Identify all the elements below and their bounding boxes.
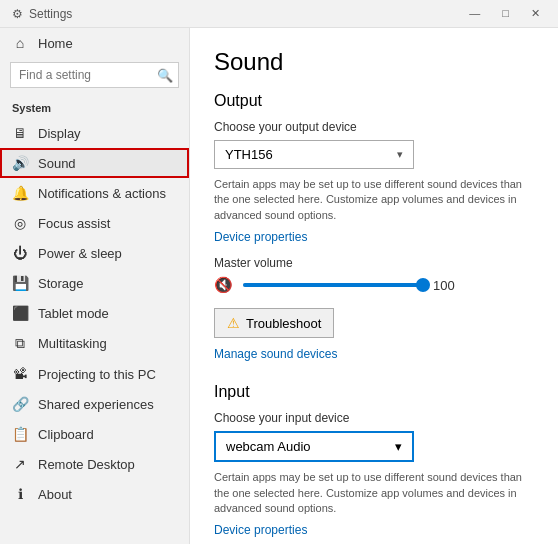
system-section-label: System xyxy=(0,96,189,118)
tablet-icon: ⬛ xyxy=(12,305,28,321)
clipboard-icon: 📋 xyxy=(12,426,28,442)
sidebar-item-display[interactable]: 🖥 Display xyxy=(0,118,189,148)
troubleshoot-label: Troubleshoot xyxy=(246,316,321,331)
sidebar-label-home: Home xyxy=(38,36,73,51)
volume-row: 🔇 100 xyxy=(214,276,534,294)
output-device-value: YTH156 xyxy=(225,147,273,162)
titlebar: ⚙ Settings — □ ✕ xyxy=(0,0,558,28)
volume-label: Master volume xyxy=(214,256,534,270)
sidebar-label-power: Power & sleep xyxy=(38,246,122,261)
multitasking-icon: ⧉ xyxy=(12,335,28,352)
sidebar-label-about: About xyxy=(38,487,72,502)
home-icon: ⌂ xyxy=(12,35,28,51)
output-device-label: Choose your output device xyxy=(214,120,534,134)
titlebar-text: Settings xyxy=(29,7,72,21)
sidebar-label-focus: Focus assist xyxy=(38,216,110,231)
search-input[interactable] xyxy=(10,62,179,88)
input-device-value: webcam Audio xyxy=(226,439,311,454)
sound-icon: 🔊 xyxy=(12,155,28,171)
shared-icon: 🔗 xyxy=(12,396,28,412)
storage-icon: 💾 xyxy=(12,275,28,291)
sidebar-search-container: 🔍 xyxy=(10,62,179,88)
projecting-icon: 📽 xyxy=(12,366,28,382)
about-icon: ℹ xyxy=(12,486,28,502)
sidebar-label-notifications: Notifications & actions xyxy=(38,186,166,201)
power-icon: ⏻ xyxy=(12,245,28,261)
input-device-dropdown[interactable]: webcam Audio ▾ xyxy=(214,431,414,462)
input-device-properties-link[interactable]: Device properties xyxy=(214,523,307,537)
search-icon: 🔍 xyxy=(157,68,173,83)
sidebar-label-display: Display xyxy=(38,126,81,141)
maximize-button[interactable]: □ xyxy=(496,5,515,22)
sidebar-item-tablet[interactable]: ⬛ Tablet mode xyxy=(0,298,189,328)
sidebar-label-clipboard: Clipboard xyxy=(38,427,94,442)
sidebar-label-remote: Remote Desktop xyxy=(38,457,135,472)
volume-slider-thumb xyxy=(416,278,430,292)
sidebar-item-notifications[interactable]: 🔔 Notifications & actions xyxy=(0,178,189,208)
manage-sound-link[interactable]: Manage sound devices xyxy=(214,347,337,361)
sidebar: ⌂ Home 🔍 System 🖥 Display 🔊 Sound xyxy=(0,28,190,544)
sidebar-item-shared[interactable]: 🔗 Shared experiences xyxy=(0,389,189,419)
sidebar-item-about[interactable]: ℹ About xyxy=(0,479,189,509)
troubleshoot-button[interactable]: ⚠ Troubleshoot xyxy=(214,308,334,338)
main-content: Sound Output Choose your output device Y… xyxy=(190,28,558,544)
output-info-text: Certain apps may be set up to use differ… xyxy=(214,177,524,223)
sidebar-item-remote[interactable]: ↗ Remote Desktop xyxy=(0,449,189,479)
input-section-title: Input xyxy=(214,383,534,401)
sidebar-item-power[interactable]: ⏻ Power & sleep xyxy=(0,238,189,268)
sidebar-label-sound: Sound xyxy=(38,156,76,171)
notifications-icon: 🔔 xyxy=(12,185,28,201)
input-dropdown-chevron-icon: ▾ xyxy=(395,439,402,454)
close-button[interactable]: ✕ xyxy=(525,5,546,22)
dropdown-chevron-icon: ▾ xyxy=(397,148,403,161)
device-properties-link[interactable]: Device properties xyxy=(214,230,307,244)
sidebar-item-focus[interactable]: ◎ Focus assist xyxy=(0,208,189,238)
input-device-label: Choose your input device xyxy=(214,411,534,425)
sidebar-label-storage: Storage xyxy=(38,276,84,291)
output-section-title: Output xyxy=(214,92,534,110)
remote-icon: ↗ xyxy=(12,456,28,472)
sidebar-item-clipboard[interactable]: 📋 Clipboard xyxy=(0,419,189,449)
sidebar-item-home[interactable]: ⌂ Home xyxy=(0,28,189,58)
minimize-button[interactable]: — xyxy=(463,5,486,22)
titlebar-title: ⚙ Settings xyxy=(12,7,72,21)
sidebar-item-sound[interactable]: 🔊 Sound xyxy=(0,148,189,178)
input-info-text: Certain apps may be set up to use differ… xyxy=(214,470,524,516)
sidebar-item-projecting[interactable]: 📽 Projecting to this PC xyxy=(0,359,189,389)
page-title: Sound xyxy=(214,48,534,76)
focus-icon: ◎ xyxy=(12,215,28,231)
volume-slider-fill xyxy=(243,283,423,287)
volume-value: 100 xyxy=(433,278,463,293)
sidebar-label-multitasking: Multitasking xyxy=(38,336,107,351)
warning-icon: ⚠ xyxy=(227,315,240,331)
sidebar-item-multitasking[interactable]: ⧉ Multitasking xyxy=(0,328,189,359)
display-icon: 🖥 xyxy=(12,125,28,141)
sidebar-label-projecting: Projecting to this PC xyxy=(38,367,156,382)
window-controls: — □ ✕ xyxy=(463,5,546,22)
sidebar-label-shared: Shared experiences xyxy=(38,397,154,412)
volume-slider[interactable] xyxy=(243,283,423,287)
sidebar-label-tablet: Tablet mode xyxy=(38,306,109,321)
settings-gear-icon: ⚙ xyxy=(12,7,23,21)
sidebar-item-storage[interactable]: 💾 Storage xyxy=(0,268,189,298)
output-device-dropdown[interactable]: YTH156 ▾ xyxy=(214,140,414,169)
mute-icon: 🔇 xyxy=(214,276,233,294)
